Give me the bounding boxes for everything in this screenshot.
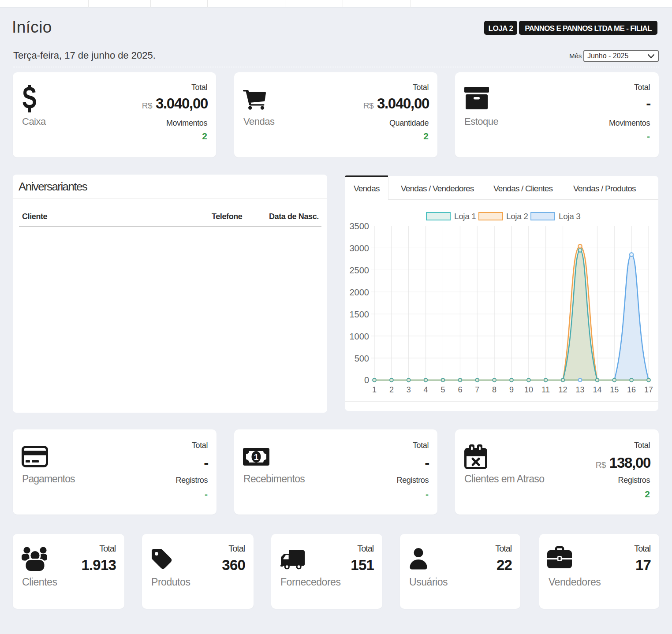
svg-text:14: 14 <box>593 385 601 394</box>
svg-text:3000: 3000 <box>350 243 370 253</box>
svg-text:17: 17 <box>644 385 653 394</box>
svg-text:10: 10 <box>524 385 533 394</box>
svg-text:Loja 3: Loja 3 <box>559 212 580 221</box>
svg-text:3500: 3500 <box>350 221 370 231</box>
svg-text:16: 16 <box>627 385 636 394</box>
svg-text:12: 12 <box>559 385 567 394</box>
svg-text:11: 11 <box>541 385 550 394</box>
svg-text:500: 500 <box>355 354 369 363</box>
svg-text:1000: 1000 <box>350 332 370 341</box>
svg-text:3: 3 <box>407 385 411 394</box>
svg-text:7: 7 <box>475 385 479 394</box>
svg-text:4: 4 <box>424 385 428 394</box>
svg-text:9: 9 <box>509 385 514 394</box>
svg-text:2500: 2500 <box>350 265 370 275</box>
svg-text:0: 0 <box>364 375 369 385</box>
svg-text:2: 2 <box>389 385 394 394</box>
svg-text:1500: 1500 <box>350 310 370 319</box>
svg-text:Loja 2: Loja 2 <box>506 212 528 221</box>
svg-text:1: 1 <box>254 452 259 462</box>
svg-text:8: 8 <box>492 385 497 394</box>
svg-text:1: 1 <box>372 385 377 394</box>
svg-text:Loja 1: Loja 1 <box>454 212 476 221</box>
svg-text:2000: 2000 <box>350 287 370 297</box>
svg-text:13: 13 <box>575 385 584 394</box>
svg-text:6: 6 <box>458 385 462 394</box>
svg-text:5: 5 <box>441 385 445 394</box>
svg-text:15: 15 <box>610 385 619 394</box>
